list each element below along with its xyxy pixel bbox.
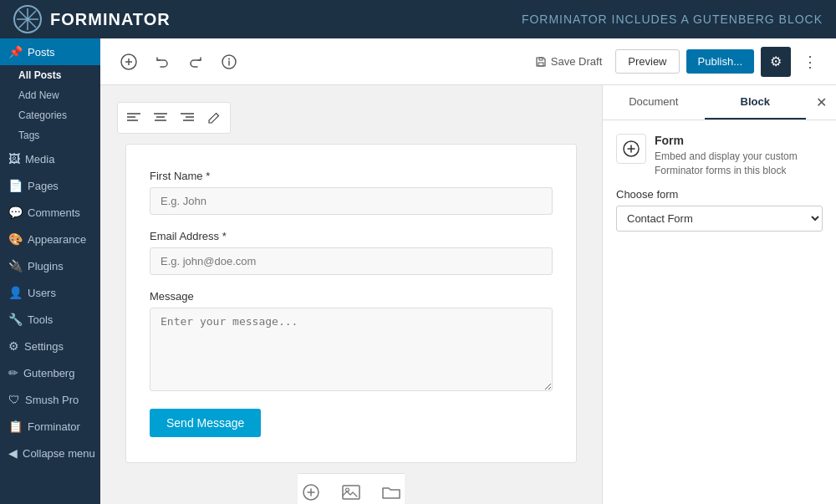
svg-point-20 xyxy=(346,488,349,491)
email-input[interactable] xyxy=(150,247,553,275)
sidebar-item-pages[interactable]: 📄 Pages xyxy=(0,172,100,199)
sidebar-label-pages: Pages xyxy=(28,180,59,192)
header-tagline: FORMINATOR INCLUDES A GUTENBERG BLOCK xyxy=(522,13,823,26)
panel-close-button[interactable]: ✕ xyxy=(806,88,836,118)
sidebar: 📌 Posts All Posts Add New Categories Tag… xyxy=(0,38,100,504)
sidebar-label-forminator: Forminator xyxy=(28,420,80,433)
users-icon: 👤 xyxy=(8,286,23,299)
app-name: FORMINATOR xyxy=(50,10,171,29)
panel-block-header: Form Embed and display your custom Formi… xyxy=(616,134,823,178)
publish-button[interactable]: Publish... xyxy=(686,49,754,74)
gutenberg-icon: ✏ xyxy=(8,366,18,379)
sidebar-label-settings: Settings xyxy=(24,340,64,353)
submit-button[interactable]: Send Message xyxy=(150,409,261,437)
publish-label: Publish... xyxy=(698,55,742,68)
editor-bottom-bar xyxy=(298,473,405,504)
sidebar-label-users: Users xyxy=(28,287,56,299)
info-button[interactable] xyxy=(214,47,244,77)
sidebar-item-media[interactable]: 🖼 Media xyxy=(0,145,100,172)
sidebar-label-tools: Tools xyxy=(28,313,53,326)
collapse-icon: ◀ xyxy=(8,446,18,460)
sidebar-label-plugins: Plugins xyxy=(28,260,64,272)
form-select[interactable]: Contact Form xyxy=(616,206,823,232)
sidebar-item-settings[interactable]: ⚙ Settings xyxy=(0,333,100,359)
sidebar-item-smush-pro[interactable]: 🛡 Smush Pro xyxy=(0,386,100,413)
sidebar-item-comments[interactable]: 💬 Comments xyxy=(0,199,100,226)
message-textarea[interactable] xyxy=(150,308,553,391)
main-layout: 📌 Posts All Posts Add New Categories Tag… xyxy=(0,38,836,504)
panel-block-title: Form xyxy=(655,134,823,147)
sidebar-item-collapse[interactable]: ◀ Collapse menu xyxy=(0,440,100,466)
edit-block-button[interactable] xyxy=(201,106,227,130)
first-name-label: First Name * xyxy=(150,170,553,182)
panel-block-info: Form Embed and display your custom Formi… xyxy=(655,134,823,178)
sidebar-item-tags[interactable]: Tags xyxy=(0,125,100,145)
sidebar-item-tools[interactable]: 🔧 Tools xyxy=(0,306,100,333)
pages-icon: 📄 xyxy=(8,179,23,192)
appearance-icon: 🎨 xyxy=(8,232,23,246)
sidebar-item-forminator[interactable]: 📋 Forminator xyxy=(0,413,100,440)
first-name-input[interactable] xyxy=(150,187,553,215)
tools-icon: 🔧 xyxy=(8,313,23,326)
align-right-button[interactable] xyxy=(175,106,200,130)
svg-point-6 xyxy=(228,58,230,59)
plugins-icon: 🔌 xyxy=(8,259,23,272)
logo-area: FORMINATOR xyxy=(13,5,171,33)
smush-icon: 🛡 xyxy=(8,393,20,406)
sidebar-item-posts[interactable]: 📌 Posts xyxy=(0,38,100,65)
tab-document[interactable]: Document xyxy=(603,85,705,120)
form-block: First Name * Email Address * Message Sen… xyxy=(125,144,577,463)
more-options-button[interactable]: ⋮ xyxy=(798,47,823,77)
save-draft-button[interactable]: Save Draft xyxy=(528,50,609,73)
sidebar-item-add-new[interactable]: Add New xyxy=(0,85,100,105)
sidebar-item-gutenberg[interactable]: ✏ Gutenberg xyxy=(0,359,100,386)
panel-tabs: Document Block ✕ xyxy=(603,85,836,120)
message-label: Message xyxy=(150,290,553,303)
sidebar-item-all-posts[interactable]: All Posts xyxy=(0,65,100,85)
preview-button[interactable]: Preview xyxy=(615,49,679,74)
choose-form-label: Choose form xyxy=(616,188,823,201)
folder-bottom-button[interactable] xyxy=(378,479,405,505)
sidebar-item-users[interactable]: 👤 Users xyxy=(0,279,100,306)
sidebar-item-categories[interactable]: Categories xyxy=(0,105,100,125)
preview-label: Preview xyxy=(628,55,666,68)
add-block-button[interactable] xyxy=(114,47,144,77)
email-label: Email Address * xyxy=(150,230,553,242)
image-bottom-button[interactable] xyxy=(338,479,364,505)
logo-icon xyxy=(13,5,42,33)
comments-icon: 💬 xyxy=(8,206,23,219)
sidebar-label-comments: Comments xyxy=(28,206,80,219)
sidebar-label-posts: Posts xyxy=(28,46,55,59)
right-panel: Document Block ✕ Form Embed and display … xyxy=(602,85,836,504)
posts-icon: 📌 xyxy=(8,45,23,59)
sidebar-label-smush-pro: Smush Pro xyxy=(25,394,79,406)
redo-button[interactable] xyxy=(181,47,211,77)
tab-block[interactable]: Block xyxy=(705,85,807,120)
panel-block-icon xyxy=(616,134,646,164)
sidebar-item-appearance[interactable]: 🎨 Appearance xyxy=(0,226,100,252)
undo-button[interactable] xyxy=(147,47,177,77)
sidebar-label-collapse: Collapse menu xyxy=(23,447,95,460)
editor-main: First Name * Email Address * Message Sen… xyxy=(100,85,602,504)
editor-panel-wrapper: First Name * Email Address * Message Sen… xyxy=(100,85,836,504)
forminator-bottom-icon[interactable] xyxy=(298,479,324,505)
top-header: FORMINATOR FORMINATOR INCLUDES A GUTENBE… xyxy=(0,0,836,38)
email-field-group: Email Address * xyxy=(150,230,553,275)
content-area: Save Draft Preview Publish... ⚙ ⋮ xyxy=(100,38,836,504)
toolbar-left xyxy=(114,47,525,77)
svg-rect-8 xyxy=(539,58,543,60)
settings-button[interactable]: ⚙ xyxy=(761,47,791,77)
save-draft-label: Save Draft xyxy=(551,55,602,68)
panel-block-desc: Embed and display your custom Forminator… xyxy=(655,150,823,178)
first-name-field-group: First Name * xyxy=(150,170,553,215)
align-center-button[interactable] xyxy=(148,106,173,130)
sidebar-item-plugins[interactable]: 🔌 Plugins xyxy=(0,252,100,279)
block-toolbar xyxy=(117,102,231,134)
toolbar-right: Save Draft Preview Publish... ⚙ ⋮ xyxy=(528,47,823,77)
settings-icon: ⚙ xyxy=(8,339,19,353)
media-icon: 🖼 xyxy=(8,152,20,165)
forminator-sidebar-icon: 📋 xyxy=(8,420,23,433)
sidebar-label-gutenberg: Gutenberg xyxy=(23,367,74,379)
align-left-button[interactable] xyxy=(121,106,146,130)
panel-content: Form Embed and display your custom Formi… xyxy=(603,120,836,504)
